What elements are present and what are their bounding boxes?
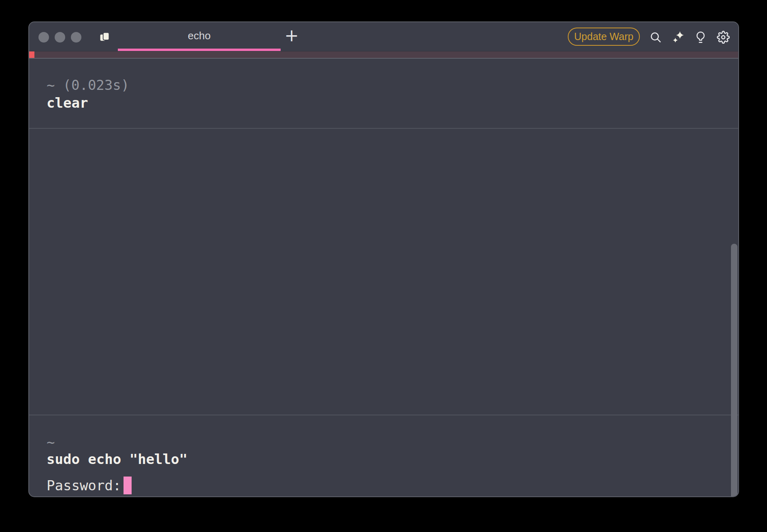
password-prompt-line[interactable]: Password: xyxy=(47,477,132,494)
desktop-background: echo + Update Warp xyxy=(0,0,767,532)
block-divider xyxy=(29,128,738,129)
block-divider xyxy=(29,415,738,415)
scrollbar-thumb[interactable] xyxy=(731,244,737,496)
terminal-cursor xyxy=(124,477,132,494)
prompt-symbol: ~ xyxy=(47,434,55,450)
command-text-sudo: sudo echo "hello" xyxy=(47,450,187,468)
terminal-content[interactable]: ~(0.023s) clear ~ sudo echo "hello" Pass… xyxy=(29,22,738,496)
command-text-clear: clear xyxy=(47,94,88,112)
prompt-line: ~(0.023s) xyxy=(47,76,129,94)
command-duration: (0.023s) xyxy=(63,77,129,93)
prompt-symbol: ~ xyxy=(47,77,55,93)
prompt-line: ~ xyxy=(47,433,55,451)
warp-terminal-window: echo + Update Warp xyxy=(28,21,739,497)
password-prompt-label: Password: xyxy=(47,477,121,494)
